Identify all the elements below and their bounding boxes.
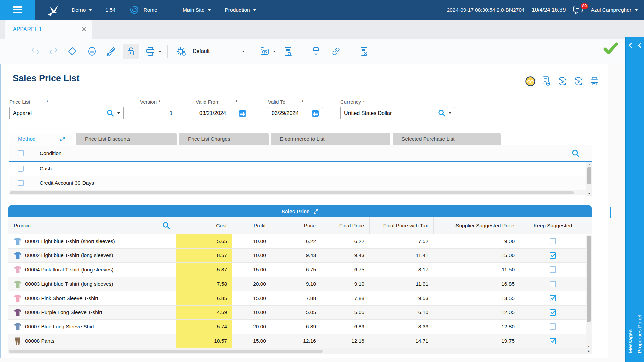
subtab-e-commerce-to-list[interactable]: E-commerce to List [271,133,390,145]
design-icon[interactable] [104,44,119,59]
cell-profit[interactable]: 15.00 [232,291,271,305]
cell-final-price[interactable]: 6.22 [321,234,370,248]
column-header-final-price-with-tax[interactable]: Final Price with Tax [370,217,434,234]
remove-icon[interactable] [84,44,100,59]
undo-button[interactable] [27,44,43,59]
chat-icon[interactable]: 89 [573,5,583,15]
hamburger-menu-icon[interactable] [0,0,35,20]
messages-panel-toggle[interactable]: Messages [625,37,635,362]
cell-final-price-with-tax[interactable]: 8.33 [370,320,434,334]
cell-supplier-suggested-price[interactable]: 11.50 [434,263,520,277]
valid-to-input[interactable]: 03/29/2024 [268,107,323,119]
cell-cost[interactable]: 4.59 [176,306,232,320]
cell-cost[interactable]: 5.65 [176,234,232,248]
cell-cost[interactable]: 6.85 [176,291,232,305]
cell-supplier-suggested-price[interactable]: 9.00 [434,234,520,248]
keep-suggested-checkbox[interactable] [550,266,556,273]
search-icon[interactable] [162,222,170,230]
select-all-checkbox[interactable] [18,150,24,156]
keep-suggested-checkbox[interactable] [550,338,556,344]
sales-row[interactable]: 00003 Light blue T-shirt (long sleeves)7… [8,277,592,292]
column-header-keep-suggested[interactable]: Keep Suggested [520,217,586,234]
cell-supplier-suggested-price[interactable]: 15.00 [434,249,520,263]
sales-row[interactable]: 00002 Light blue T-shirt (long sleeves)8… [8,249,592,263]
scroll-down-arrow[interactable]: ▼ [588,192,591,196]
cell-product[interactable]: 00008 Pants [8,334,176,348]
cell-profit[interactable]: 20.00 [232,277,271,291]
cell-price[interactable]: 6.89 [271,320,321,334]
cell-product[interactable]: 00005 Pink Short Sleeve T-shirt [8,291,176,305]
keep-suggested-checkbox[interactable] [550,238,556,244]
cell-price[interactable]: 9.43 [271,249,321,263]
keep-suggested-checkbox[interactable] [550,252,556,259]
design-profile-select[interactable]: Default [193,48,210,54]
environment-menu[interactable]: Demo [72,7,92,13]
subtab-method[interactable]: Method [9,133,74,145]
cell-price[interactable]: 6.22 [271,234,321,248]
cell-supplier-suggested-price[interactable]: 13.55 [434,291,520,305]
cell-final-price-with-tax[interactable]: 11.01 [370,277,434,291]
column-header-final-price[interactable]: Final Price [321,217,370,234]
scrollbar-thumb[interactable] [9,350,323,353]
cell-supplier-suggested-price[interactable]: 12.05 [434,306,520,320]
cell-product[interactable]: 00001 Light blue T-shirt (short sleeves) [8,234,176,248]
sales-row[interactable]: 00004 Pink floral T-shirt (long sleeves)… [8,263,592,277]
flowchart-icon[interactable] [308,44,324,59]
valid-from-input[interactable]: 03/21/2024 [196,107,250,119]
scrollbar-thumb[interactable] [10,191,574,194]
site-menu[interactable]: Main Site [183,7,211,13]
tab-apparel-1[interactable]: APPAREL 1 ✕ [5,20,92,39]
cell-profit[interactable]: 10.00 [232,234,271,248]
column-header-product[interactable]: Product [8,217,176,234]
cell-final-price[interactable]: 9.10 [321,277,370,291]
row-checkbox[interactable] [18,166,24,172]
scroll-up-arrow[interactable]: ▲ [588,162,591,167]
search-icon[interactable] [572,149,580,158]
column-header-cost[interactable]: Cost [176,217,232,234]
cell-product[interactable]: 00002 Light blue T-shirt (long sleeves) [8,249,176,263]
cell-price[interactable]: 12.16 [271,334,321,348]
currency-refresh-icon-2[interactable]: $ [573,76,584,86]
method-horizontal-scrollbar[interactable]: ► [9,190,592,195]
scroll-right-arrow[interactable]: ► [586,350,592,353]
version-input[interactable]: 1 [140,107,176,119]
cell-price[interactable]: 5.05 [271,306,321,320]
cell-final-price[interactable]: 6.89 [321,320,370,334]
cell-final-price-with-tax[interactable]: 9.53 [370,291,434,305]
column-header-profit[interactable]: Profit [232,217,271,234]
cell-product[interactable]: 00007 Blue Long Sleeve Shirt [8,320,176,334]
cell-price[interactable]: 9.10 [271,277,321,291]
subtab-price-list-discounts[interactable]: Price List Discounts [76,133,177,145]
row-checkbox[interactable] [18,180,24,186]
print-icon[interactable] [589,76,600,86]
condition-row[interactable]: Credit Account 30 Days [9,176,592,190]
cell-price[interactable]: 6.75 [271,263,321,277]
expand-icon[interactable] [313,209,318,214]
close-icon[interactable]: ✕ [82,26,86,33]
cell-profit[interactable]: 10.00 [232,249,271,263]
print-options-caret[interactable] [159,51,161,52]
sales-row[interactable]: 00005 Pink Short Sleeve T-shirt6.8515.00… [8,291,592,306]
document-badge-icon[interactable] [541,76,551,86]
cell-cost[interactable]: 5.74 [176,320,232,334]
cell-price[interactable]: 7.88 [271,291,321,305]
column-header-price[interactable]: Price [271,217,321,234]
sales-row[interactable]: 00007 Blue Long Sleeve Shirt5.7420.006.8… [8,320,592,334]
search-icon[interactable] [438,109,446,117]
cell-final-price-with-tax[interactable]: 11.41 [370,249,434,263]
cell-profit[interactable]: 20.00 [232,320,271,334]
preview-icon[interactable] [257,44,272,59]
calendar-icon[interactable] [238,109,247,117]
cell-final-price[interactable]: 5.05 [321,306,370,320]
gear-icon[interactable] [174,44,189,59]
document-search-icon[interactable] [280,44,296,59]
keep-suggested-checkbox[interactable] [550,309,556,316]
sales-vertical-scrollbar[interactable]: ▼ [586,235,592,349]
lookup-caret[interactable] [449,112,451,114]
confirm-check-icon[interactable] [603,42,619,55]
properties-panel-toggle[interactable]: Properties Panel [635,37,644,362]
unlock-icon[interactable] [123,44,139,59]
price-list-input[interactable]: Apparel [9,107,124,119]
cell-supplier-suggested-price[interactable]: 19.75 [434,334,520,348]
cell-cost[interactable]: 8.57 [176,249,232,263]
